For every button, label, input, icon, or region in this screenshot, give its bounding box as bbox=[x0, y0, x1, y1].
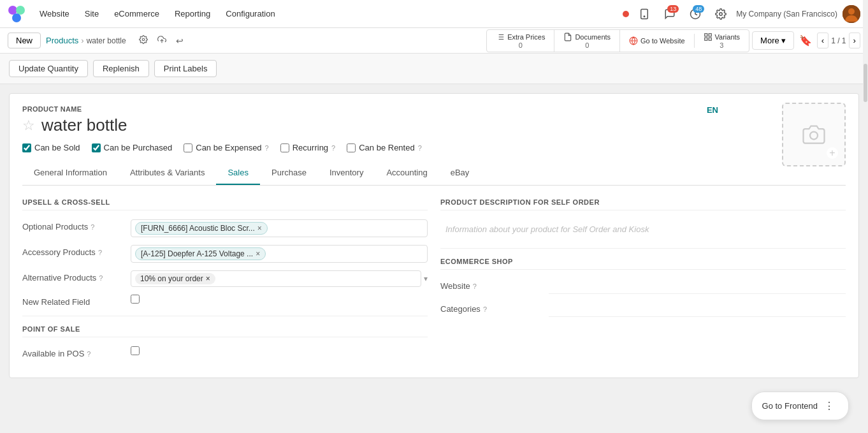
recurring-input[interactable] bbox=[280, 143, 289, 152]
go-to-website-button[interactable]: Go to Website bbox=[620, 34, 695, 48]
remove-optional-product-0[interactable]: × bbox=[257, 224, 262, 233]
can-be-purchased-checkbox[interactable]: Can be Purchased bbox=[92, 143, 173, 152]
svg-point-4 bbox=[644, 16, 646, 17]
scrollbar[interactable] bbox=[863, 0, 868, 387]
website-help-icon[interactable]: ? bbox=[473, 283, 477, 290]
alternative-products-tags[interactable]: 10% on your order × bbox=[131, 270, 421, 287]
alternative-products-dropdown-icon[interactable]: ▾ bbox=[424, 274, 428, 283]
product-desc-section-header: PRODUCT DESCRIPTION FOR SELF ORDER bbox=[440, 198, 846, 210]
cloud-upload-icon[interactable] bbox=[154, 34, 170, 47]
svg-point-8 bbox=[848, 8, 855, 15]
recurring-checkbox[interactable]: Recurring ? bbox=[280, 143, 335, 152]
language-badge[interactable]: EN bbox=[707, 105, 718, 115]
ecommerce-section-header: ECOMMERCE SHOP bbox=[440, 258, 846, 270]
left-column: UPSELL & CROSS-SELL Optional Products ? … bbox=[22, 198, 428, 366]
extra-prices-button[interactable]: Extra Prices 0 bbox=[487, 30, 554, 52]
bookmark-icon[interactable]: 🔖 bbox=[797, 32, 814, 49]
recurring-help-icon[interactable]: ? bbox=[331, 144, 335, 152]
alternative-products-help-icon[interactable]: ? bbox=[99, 274, 103, 282]
tab-inventory[interactable]: Inventory bbox=[318, 161, 375, 185]
company-name: My Company (San Francisco) bbox=[736, 10, 837, 18]
svg-rect-20 bbox=[709, 33, 711, 36]
tab-accounting[interactable]: Accounting bbox=[375, 161, 438, 185]
variants-button[interactable]: Variants 3 bbox=[695, 30, 749, 52]
settings-gear-icon[interactable] bbox=[136, 34, 150, 47]
can-be-rented-checkbox[interactable]: Can be Rented ? bbox=[347, 143, 422, 152]
remove-accessory-product-0[interactable]: × bbox=[256, 249, 260, 258]
more-button[interactable]: More ▾ bbox=[752, 31, 794, 50]
accessory-products-label: Accessory Products ? bbox=[22, 245, 124, 257]
chat-icon-btn[interactable]: 13 bbox=[660, 4, 680, 24]
categories-value[interactable] bbox=[549, 302, 846, 317]
svg-point-6 bbox=[720, 12, 723, 15]
status-dot bbox=[623, 11, 629, 17]
svg-point-23 bbox=[810, 132, 818, 140]
nav-configuration[interactable]: Configuration bbox=[219, 5, 281, 22]
prev-record-button[interactable]: ‹ bbox=[817, 33, 828, 48]
svg-rect-21 bbox=[709, 38, 711, 40]
tab-sales[interactable]: Sales bbox=[216, 161, 260, 185]
accessory-products-help-icon[interactable]: ? bbox=[98, 249, 102, 256]
accessory-products-row: Accessory Products ? [A-125] Doepfer A-1… bbox=[22, 245, 428, 263]
can-be-purchased-input[interactable] bbox=[92, 143, 101, 152]
remove-alternative-product-0[interactable]: × bbox=[206, 274, 210, 283]
tab-purchase[interactable]: Purchase bbox=[260, 161, 318, 185]
website-value[interactable] bbox=[549, 279, 846, 294]
website-label: Website ? bbox=[440, 279, 542, 291]
nav-reporting[interactable]: Reporting bbox=[168, 5, 217, 22]
can-be-expensed-input[interactable] bbox=[184, 143, 192, 152]
can-be-sold-input[interactable] bbox=[22, 143, 31, 152]
available-in-pos-help-icon[interactable]: ? bbox=[87, 350, 90, 358]
sub-nav: New Products › water bottle ↩ Extra Pric… bbox=[0, 28, 868, 54]
tab-attributes-variants[interactable]: Attributes & Variants bbox=[119, 161, 217, 185]
self-order-description[interactable]: Information about your product for Self … bbox=[440, 219, 846, 239]
tab-ebay[interactable]: eBay bbox=[439, 161, 481, 185]
settings-icon-btn[interactable] bbox=[711, 4, 731, 24]
app-logo[interactable] bbox=[8, 5, 25, 23]
accessory-products-field[interactable]: [A-125] Doepfer A-125 Voltage ... × bbox=[131, 245, 428, 263]
breadcrumb-parent[interactable]: Products bbox=[46, 36, 78, 45]
nav-website[interactable]: Website bbox=[33, 5, 76, 22]
user-avatar[interactable] bbox=[843, 5, 860, 23]
categories-help-icon[interactable]: ? bbox=[483, 305, 487, 313]
alternative-products-field[interactable]: 10% on your order × ▾ bbox=[131, 270, 428, 287]
next-record-button[interactable]: › bbox=[849, 33, 860, 48]
documents-button[interactable]: Documents 0 bbox=[554, 30, 620, 52]
available-in-pos-label: Available in POS ? bbox=[22, 346, 124, 358]
product-photo-placeholder[interactable]: + bbox=[782, 103, 846, 166]
scroll-thumb bbox=[864, 64, 867, 102]
nav-site[interactable]: Site bbox=[78, 5, 105, 22]
breadcrumb: Products › water bottle bbox=[46, 36, 126, 45]
new-button[interactable]: New bbox=[8, 33, 41, 48]
categories-label: Categories ? bbox=[440, 302, 542, 314]
replenish-button[interactable]: Replenish bbox=[93, 60, 149, 77]
product-name-value[interactable]: water bottle bbox=[41, 115, 127, 135]
pagination: ‹ 1 / 1 › bbox=[817, 33, 860, 48]
can-be-sold-checkbox[interactable]: Can be Sold bbox=[22, 143, 80, 152]
alternative-products-label: Alternative Products ? bbox=[22, 270, 124, 283]
tab-general-information[interactable]: General Information bbox=[22, 161, 119, 185]
print-labels-button[interactable]: Print Labels bbox=[154, 60, 217, 77]
update-quantity-button[interactable]: Update Quantity bbox=[9, 60, 88, 77]
new-related-field-checkbox[interactable] bbox=[131, 295, 140, 304]
can-be-rented-input[interactable] bbox=[347, 143, 356, 152]
clock-icon-btn[interactable]: 48 bbox=[685, 4, 705, 24]
nav-ecommerce[interactable]: eCommerce bbox=[108, 5, 166, 22]
optional-products-field[interactable]: [FURN_6666] Acoustic Bloc Scr... × bbox=[131, 219, 428, 237]
chevron-down-icon: ▾ bbox=[781, 36, 786, 45]
svg-point-9 bbox=[142, 38, 145, 41]
rented-help-icon[interactable]: ? bbox=[418, 144, 422, 152]
phone-icon-btn[interactable] bbox=[634, 4, 655, 24]
accessory-products-tags[interactable]: [A-125] Doepfer A-125 Voltage ... × bbox=[131, 245, 428, 263]
optional-products-help-icon[interactable]: ? bbox=[90, 223, 94, 231]
expensed-help-icon[interactable]: ? bbox=[265, 144, 269, 152]
undo-icon[interactable]: ↩ bbox=[173, 34, 186, 47]
categories-row: Categories ? bbox=[440, 302, 846, 317]
clock-badge: 48 bbox=[693, 5, 704, 13]
favorite-star-icon[interactable]: ☆ bbox=[22, 117, 35, 134]
optional-products-tags[interactable]: [FURN_6666] Acoustic Bloc Scr... × bbox=[131, 219, 428, 237]
can-be-expensed-checkbox[interactable]: Can be Expensed ? bbox=[184, 143, 268, 152]
available-in-pos-checkbox[interactable] bbox=[131, 346, 140, 355]
product-form: Product Name ☆ water bottle EN + Can be … bbox=[9, 93, 859, 378]
optional-product-tag-0: [FURN_6666] Acoustic Bloc Scr... × bbox=[135, 222, 268, 235]
